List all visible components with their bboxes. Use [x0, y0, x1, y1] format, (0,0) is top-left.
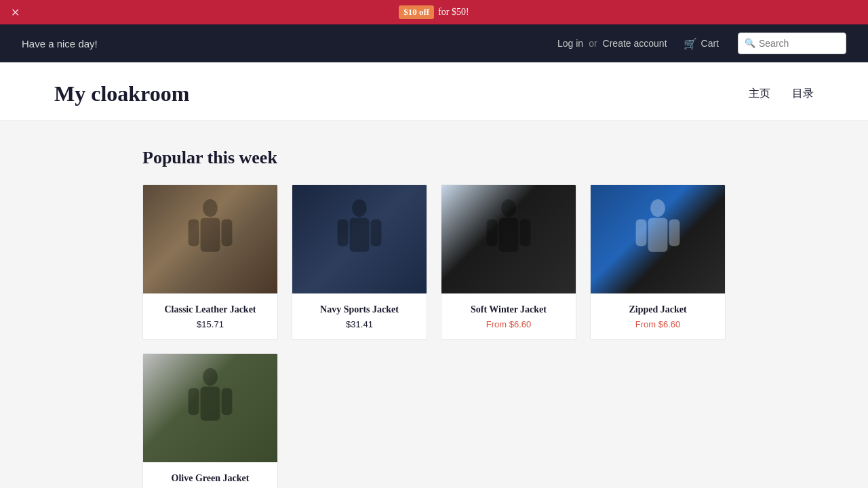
- login-link[interactable]: Log in: [557, 38, 583, 49]
- product-name-leather: Classic Leather Jacket: [151, 304, 269, 315]
- svg-rect-6: [338, 220, 349, 247]
- main-content: Popular this week Classic Leather Jacket…: [129, 121, 739, 488]
- product-price-zipped: From $6.60: [599, 319, 717, 329]
- site-header: My cloakroom 主页 目录: [0, 62, 868, 121]
- nav-separator: or: [589, 38, 597, 49]
- product-card-olive[interactable]: Olive Green Jacket From $5.34: [142, 353, 278, 488]
- announcement-close-icon[interactable]: ✕: [11, 6, 20, 19]
- product-info-navy: Navy Sports Jacket $31.41: [292, 293, 427, 339]
- svg-rect-11: [520, 220, 531, 247]
- product-name-zipped: Zipped Jacket: [599, 304, 717, 315]
- svg-rect-19: [222, 388, 233, 415]
- product-card-winter[interactable]: Soft Winter Jacket From $6.60: [441, 184, 576, 340]
- product-info-olive: Olive Green Jacket From $5.34: [143, 462, 277, 488]
- announcement-badge: $10 off: [399, 5, 434, 19]
- cart-label: Cart: [701, 38, 719, 49]
- navbar: Have a nice day! Log in or Create accoun…: [0, 24, 868, 62]
- product-name-winter: Soft Winter Jacket: [450, 304, 568, 315]
- svg-point-4: [352, 199, 367, 217]
- search-icon: 🔍: [745, 38, 755, 49]
- product-price-leather: $15.71: [151, 319, 269, 329]
- svg-rect-3: [222, 220, 233, 247]
- product-image-olive: [143, 354, 277, 462]
- create-account-link[interactable]: Create account: [603, 38, 667, 49]
- svg-point-12: [650, 199, 665, 217]
- product-info-leather: Classic Leather Jacket $15.71: [143, 293, 277, 339]
- popular-section-title: Popular this week: [142, 148, 726, 168]
- product-image-navy: [292, 185, 427, 293]
- svg-point-16: [203, 368, 218, 386]
- product-price-navy: $31.41: [300, 319, 418, 329]
- svg-rect-9: [499, 218, 519, 251]
- svg-rect-7: [371, 220, 382, 247]
- product-image-leather: [143, 185, 277, 293]
- product-card-navy[interactable]: Navy Sports Jacket $31.41: [292, 184, 427, 340]
- product-card-zipped[interactable]: Zipped Jacket From $6.60: [590, 184, 726, 340]
- product-grid-row2: Olive Green Jacket From $5.34: [142, 353, 726, 488]
- product-info-zipped: Zipped Jacket From $6.60: [591, 293, 725, 339]
- search-wrapper: 🔍: [738, 33, 846, 54]
- svg-rect-15: [669, 220, 680, 247]
- announcement-bar: ✕ $10 off for $50!: [0, 0, 868, 24]
- svg-point-8: [501, 199, 516, 217]
- svg-rect-13: [648, 218, 668, 251]
- nav-home[interactable]: 主页: [749, 87, 770, 101]
- product-name-navy: Navy Sports Jacket: [300, 304, 418, 315]
- product-price-winter: From $6.60: [450, 319, 568, 329]
- product-card-leather[interactable]: Classic Leather Jacket $15.71: [142, 184, 278, 340]
- cart-button[interactable]: 🛒 Cart: [684, 37, 719, 50]
- product-name-olive: Olive Green Jacket: [151, 473, 269, 484]
- svg-rect-2: [189, 220, 199, 247]
- svg-rect-10: [487, 220, 498, 247]
- svg-rect-14: [636, 220, 647, 247]
- nav-catalog[interactable]: 目录: [792, 87, 814, 101]
- product-grid-row1: Classic Leather Jacket $15.71 Navy Sport…: [142, 184, 726, 340]
- product-image-zipped: [591, 185, 725, 293]
- nav-links: Log in or Create account: [557, 38, 667, 49]
- announcement-suffix: for $50!: [438, 7, 469, 18]
- cart-icon: 🛒: [684, 37, 697, 50]
- svg-rect-17: [201, 386, 220, 420]
- svg-rect-18: [189, 388, 199, 415]
- site-title: My cloakroom: [54, 81, 189, 106]
- brand-tagline: Have a nice day!: [22, 38, 547, 49]
- svg-point-0: [203, 199, 218, 217]
- product-image-winter: [441, 185, 576, 293]
- site-nav: 主页 目录: [749, 87, 814, 101]
- svg-rect-1: [201, 218, 220, 251]
- svg-rect-5: [350, 218, 370, 251]
- product-info-winter: Soft Winter Jacket From $6.60: [441, 293, 576, 339]
